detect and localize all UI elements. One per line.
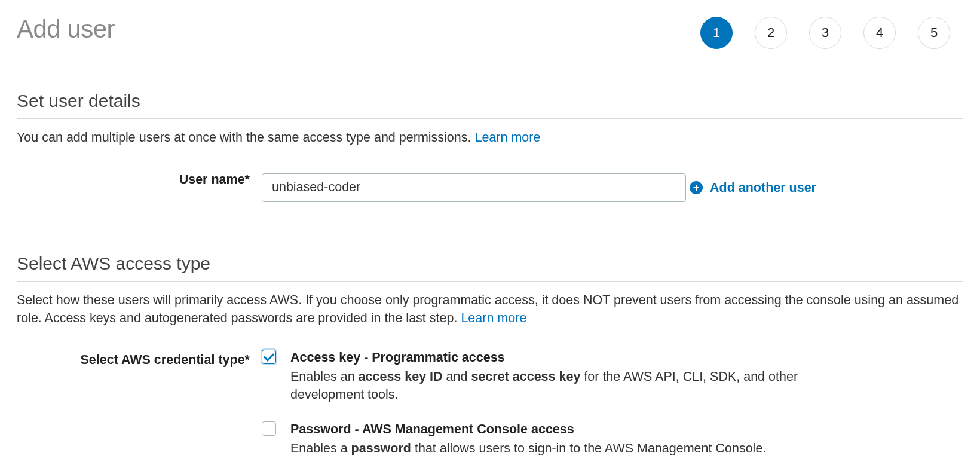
section-user-details-desc: You can add multiple users at once with … [17, 129, 963, 146]
credential-option-1: Password - AWS Management Console access… [262, 420, 963, 457]
credential-option-title: Password - AWS Management Console access [290, 420, 840, 438]
credential-options: Access key - Programmatic accessEnables … [262, 346, 963, 457]
section-user-details-desc-text: You can add multiple users at once with … [17, 130, 474, 145]
username-input[interactable] [262, 173, 686, 202]
section-user-details-title: Set user details [17, 88, 963, 119]
wizard-stepper: 12345 [700, 12, 963, 49]
learn-more-link-access-type[interactable]: Learn more [461, 311, 526, 325]
add-another-user-label: Add another user [710, 179, 816, 197]
credential-type-label: Select AWS credential type* [17, 346, 262, 457]
credential-option-body: Password - AWS Management Console access… [290, 420, 840, 457]
section-access-type-title: Select AWS access type [17, 251, 963, 282]
username-field-wrap: + Add another user [262, 166, 963, 202]
credential-option-desc: Enables an access key ID and secret acce… [290, 368, 840, 403]
step-3[interactable]: 3 [809, 17, 841, 49]
section-access-type-desc: Select how these users will primarily ac… [17, 291, 963, 327]
credential-option-title: Access key - Programmatic access [290, 348, 840, 366]
username-label: User name* [17, 166, 262, 202]
header-row: Add user 12345 [17, 12, 963, 49]
learn-more-link-user-details[interactable]: Learn more [474, 130, 540, 145]
step-5[interactable]: 5 [918, 17, 950, 49]
credential-checkbox-0[interactable] [262, 350, 276, 364]
checkbox-cell [262, 420, 290, 457]
step-4[interactable]: 4 [863, 17, 896, 49]
credential-option-desc: Enables a password that allows users to … [290, 439, 840, 457]
credential-option-0: Access key - Programmatic accessEnables … [262, 348, 963, 403]
checkbox-cell [262, 348, 290, 403]
section-user-details: Set user details You can add multiple us… [17, 88, 963, 202]
credential-type-row: Select AWS credential type* Access key -… [17, 346, 963, 457]
plus-circle-icon: + [690, 181, 703, 194]
add-another-user-button[interactable]: + Add another user [690, 179, 816, 197]
username-row: User name* + Add another user [17, 166, 963, 202]
credential-option-body: Access key - Programmatic accessEnables … [290, 348, 840, 403]
credential-checkbox-1[interactable] [262, 421, 276, 436]
step-1[interactable]: 1 [700, 17, 733, 49]
page-title: Add user [17, 12, 115, 47]
step-2[interactable]: 2 [755, 17, 787, 49]
section-access-type: Select AWS access type Select how these … [17, 251, 963, 458]
